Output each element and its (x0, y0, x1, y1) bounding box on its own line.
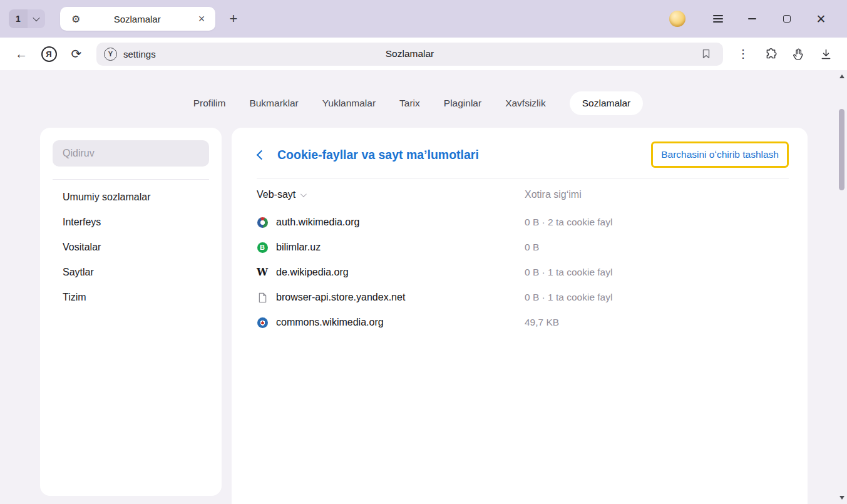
page-scrollbar[interactable] (836, 70, 847, 504)
browser-window: 1 ⚙ Sozlamalar × + ✕ (0, 0, 847, 504)
tab-group-count-badge[interactable]: 1 (9, 9, 28, 28)
site-storage: 49,7 KB (525, 317, 559, 328)
delete-all-button[interactable]: Barchasini oʻchirib tashlash (651, 141, 789, 168)
site-storage: 0 B · 1 ta cookie fayl (525, 267, 612, 278)
puzzle-extension-icon (764, 48, 778, 61)
document-favicon-icon (257, 292, 268, 303)
profile-avatar[interactable] (669, 11, 685, 27)
table-row[interactable]: B bilimlar.uz 0 B (257, 235, 789, 260)
minimize-icon (748, 18, 756, 19)
table-row[interactable]: commons.wikimedia.org 49,7 KB (257, 310, 789, 335)
gestures-button[interactable] (784, 41, 812, 66)
toolbar-more-button[interactable]: ⋮ (729, 41, 757, 66)
sidebar-item-umumiy-sozlamalar[interactable]: Umumiy sozlamalar (53, 185, 209, 210)
tab-strip: 1 ⚙ Sozlamalar × + ✕ (0, 0, 847, 38)
sidebar-item-interfeys[interactable]: Interfeys (53, 210, 209, 235)
reload-icon: ⟳ (71, 48, 82, 60)
window-close-button[interactable]: ✕ (804, 6, 838, 31)
window-minimize-button[interactable] (735, 6, 769, 31)
scrollbar-down-arrow-icon[interactable] (839, 496, 844, 500)
column-header-website-label: Veb-sayt (257, 189, 295, 200)
tab-profilim[interactable]: Profilim (193, 91, 226, 115)
gear-icon: ⚙ (71, 13, 80, 25)
tab-plaginlar[interactable]: Plaginlar (444, 91, 481, 115)
tabstrip-right-controls: ✕ (669, 6, 838, 31)
tab-group-dropdown-button[interactable] (28, 9, 45, 28)
sites-table: auth.wikimedia.org 0 B · 2 ta cookie fay… (257, 210, 789, 335)
site-name: de.wikipedia.org (276, 267, 349, 278)
site-name: bilimlar.uz (276, 242, 321, 253)
green-b-favicon-icon: B (257, 242, 268, 253)
table-row[interactable]: browser-api.store.yandex.net 0 B · 1 ta … (257, 285, 789, 310)
maximize-icon (783, 15, 791, 23)
wikimedia-logo-icon (257, 217, 268, 228)
bookmark-button[interactable] (697, 44, 716, 63)
three-dots-icon: ⋮ (737, 48, 749, 59)
sidebar-item-tizim[interactable]: Tizim (53, 285, 209, 310)
browser-tab-settings[interactable]: ⚙ Sozlamalar × (60, 7, 215, 31)
hand-icon (792, 48, 805, 61)
tab-group: 1 (9, 9, 45, 28)
header-divider (257, 178, 789, 178)
settings-sidebar: Umumiy sozlamalar Interfeys Vositalar Sa… (40, 128, 222, 496)
site-name: auth.wikimedia.org (276, 217, 359, 228)
yandex-logo-icon: Я (41, 46, 57, 62)
table-row[interactable]: W de.wikipedia.org 0 B · 1 ta cookie fay… (257, 260, 789, 285)
page-title: Cookie-fayllar va sayt maʼlumotlari (277, 148, 479, 162)
tab-yuklanmalar[interactable]: Yuklanmalar (322, 91, 376, 115)
back-chevron-icon[interactable] (257, 150, 267, 160)
column-header-website[interactable]: Veb-sayt (257, 189, 305, 200)
address-bar[interactable]: Y settings Sozlamalar (96, 43, 723, 66)
sidebar-item-saytlar[interactable]: Saytlar (53, 260, 209, 285)
site-storage: 0 B · 2 ta cookie fayl (525, 217, 612, 228)
search-input[interactable] (53, 140, 209, 167)
sidebar-divider (53, 179, 209, 180)
hamburger-menu-icon (713, 18, 723, 19)
scrollbar-thumb[interactable] (839, 109, 844, 190)
site-name: browser-api.store.yandex.net (276, 292, 405, 303)
back-arrow-icon: ← (15, 48, 28, 60)
window-maximize-button[interactable] (769, 6, 804, 31)
sites-table-header: Veb-sayt Xotira sigʻimi (257, 185, 789, 205)
tab-title: Sozlamalar (80, 14, 194, 24)
address-url-text: settings (123, 49, 156, 59)
new-tab-button[interactable]: + (224, 9, 243, 28)
site-storage: 0 B · 1 ta cookie fayl (525, 292, 612, 303)
sort-chevron-icon (300, 191, 307, 197)
address-page-title: Sozlamalar (386, 48, 434, 59)
cookies-panel: Cookie-fayllar va sayt maʼlumotlari Barc… (232, 128, 808, 504)
site-storage: 0 B (525, 242, 539, 253)
settings-page: Profilim Bukmarklar Yuklanmalar Tarix Pl… (0, 70, 836, 504)
yandex-home-button[interactable]: Я (35, 41, 63, 66)
column-header-storage: Xotira sigʻimi (525, 189, 582, 200)
tab-sozlamalar[interactable]: Sozlamalar (570, 91, 644, 115)
tab-xavfsizlik[interactable]: Xavfsizlik (505, 91, 546, 115)
tab-close-icon[interactable]: × (194, 13, 209, 24)
download-icon (819, 48, 833, 61)
cookies-panel-header: Cookie-fayllar va sayt maʼlumotlari Barc… (257, 140, 789, 169)
close-icon: ✕ (816, 13, 826, 25)
sidebar-item-vositalar[interactable]: Vositalar (53, 235, 209, 260)
tab-bukmarklar[interactable]: Bukmarklar (249, 91, 298, 115)
commons-globe-favicon-icon (257, 317, 268, 328)
table-row[interactable]: auth.wikimedia.org 0 B · 2 ta cookie fay… (257, 210, 789, 235)
settings-nav-tabs: Profilim Bukmarklar Yuklanmalar Tarix Pl… (0, 91, 836, 115)
tab-tarix[interactable]: Tarix (399, 91, 420, 115)
extensions-button[interactable] (757, 41, 784, 66)
reload-button[interactable]: ⟳ (63, 41, 90, 66)
bookmark-icon (701, 48, 712, 59)
site-badge-icon: Y (104, 48, 117, 61)
site-name: commons.wikimedia.org (276, 317, 384, 328)
browser-menu-button[interactable] (701, 6, 735, 31)
back-button[interactable]: ← (8, 41, 35, 66)
wikipedia-w-favicon-icon: W (257, 267, 268, 277)
scrollbar-up-arrow-icon[interactable] (839, 75, 844, 78)
downloads-button[interactable] (812, 41, 839, 66)
chevron-down-icon (33, 14, 39, 21)
browser-toolbar: ← Я ⟳ Y settings Sozlamalar ⋮ (0, 38, 847, 70)
